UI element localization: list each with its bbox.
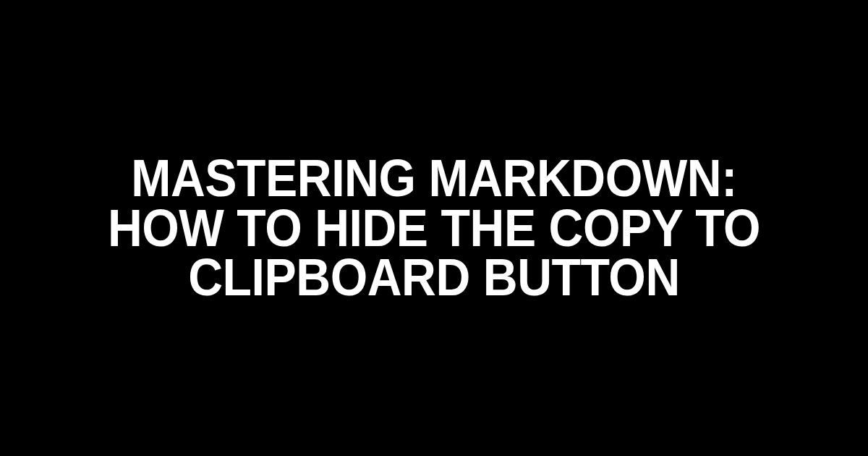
page-title: Mastering Markdown: How to Hide the Copy… [35, 153, 833, 302]
